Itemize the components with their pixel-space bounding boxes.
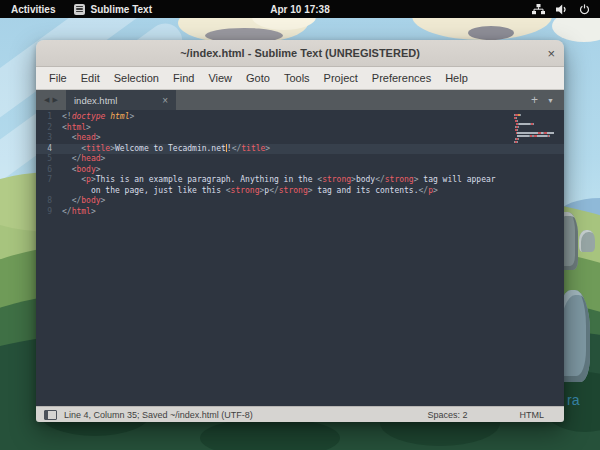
sublime-text-icon	[74, 4, 85, 15]
code-line[interactable]: 2<html>	[36, 123, 564, 134]
volume-icon	[556, 4, 568, 15]
syntax-indicator[interactable]: HTML	[520, 410, 545, 420]
menu-item-edit[interactable]: Edit	[74, 72, 107, 84]
menu-item-file[interactable]: File	[42, 72, 74, 84]
tab-index-html[interactable]: index.html ×	[66, 90, 176, 110]
tab-bar: ◀ ▶ index.html × + ▼	[36, 90, 564, 110]
code-line[interactable]: 6 <body>	[36, 165, 564, 176]
menu-item-tools[interactable]: Tools	[277, 72, 317, 84]
minimap[interactable]	[514, 114, 556, 144]
panel-toggle-icon[interactable]	[44, 410, 57, 420]
editor[interactable]: 1<!doctype html>2<html>3 <head>4 <title>…	[36, 110, 564, 406]
clock[interactable]: Apr 10 17:38	[270, 4, 329, 15]
menu-item-goto[interactable]: Goto	[239, 72, 277, 84]
code-line[interactable]: 8 </body>	[36, 196, 564, 207]
system-tray[interactable]	[532, 0, 600, 18]
code-line[interactable]: 3 <head>	[36, 133, 564, 144]
code-line[interactable]: 7 <p>This is an example paragraph. Anyth…	[36, 175, 564, 186]
tab-label: index.html	[74, 95, 156, 106]
app-menu-button[interactable]: Sublime Text	[66, 4, 160, 15]
menu-bar: FileEditSelectionFindViewGotoToolsProjec…	[36, 67, 564, 90]
small-stone	[579, 230, 595, 252]
line-number: 9	[36, 207, 52, 218]
grass-patch	[200, 418, 340, 450]
tab-scroll-right-icon[interactable]: ▶	[53, 96, 58, 104]
status-caret-position: Line 4, Column 35; Saved ~/index.html (U…	[64, 410, 253, 420]
code-area[interactable]: 1<!doctype html>2<html>3 <head>4 <title>…	[36, 112, 564, 217]
code-line[interactable]: 9</html>	[36, 207, 564, 218]
wallpaper-watermark: ra	[567, 392, 579, 408]
app-menu-label: Sublime Text	[90, 4, 152, 15]
code-line[interactable]: 1<!doctype html>	[36, 112, 564, 123]
window-title: ~/index.html - Sublime Text (UNREGISTERE…	[180, 47, 420, 59]
tab-scroll-left-icon[interactable]: ◀	[44, 96, 49, 104]
network-wired-icon	[532, 4, 545, 15]
close-window-icon[interactable]: ×	[547, 40, 555, 66]
line-number: 3	[36, 133, 52, 144]
cloud-shadow	[468, 26, 514, 40]
title-bar[interactable]: ~/index.html - Sublime Text (UNREGISTERE…	[36, 40, 564, 67]
code-line[interactable]: 4 <title>Welcome to Tecadmin.net!</title…	[36, 144, 564, 155]
tab-scroll-buttons[interactable]: ◀ ▶	[36, 90, 66, 110]
tab-bar-spacer	[176, 90, 531, 110]
menu-item-preferences[interactable]: Preferences	[365, 72, 438, 84]
line-number: 7	[36, 175, 52, 186]
tab-close-icon[interactable]: ×	[162, 95, 168, 106]
menu-item-selection[interactable]: Selection	[107, 72, 166, 84]
menu-item-view[interactable]: View	[201, 72, 239, 84]
gnome-top-bar: Activities Sublime Text Apr 10 17:38	[0, 0, 600, 18]
line-number: 8	[36, 196, 52, 207]
code-line[interactable]: on the page, just like this <strong>p</s…	[36, 186, 564, 197]
activities-button[interactable]: Activities	[0, 0, 66, 18]
sublime-text-window: ~/index.html - Sublime Text (UNREGISTERE…	[36, 40, 564, 422]
line-number: 1	[36, 112, 52, 123]
menu-item-help[interactable]: Help	[438, 72, 475, 84]
menu-item-project[interactable]: Project	[317, 72, 365, 84]
line-number: 2	[36, 123, 52, 134]
code-line[interactable]: 5 </head>	[36, 154, 564, 165]
line-number	[36, 186, 52, 197]
line-number: 4	[36, 144, 52, 155]
power-icon	[579, 4, 590, 15]
indent-indicator[interactable]: Spaces: 2	[427, 410, 467, 420]
status-bar: Line 4, Column 35; Saved ~/index.html (U…	[36, 406, 564, 422]
line-number: 6	[36, 165, 52, 176]
new-tab-icon[interactable]: +	[531, 94, 538, 106]
desktop: ra Activities Sublime Text Apr 10 17:38	[0, 0, 600, 450]
line-number: 5	[36, 154, 52, 165]
menu-item-find[interactable]: Find	[166, 72, 201, 84]
tab-overflow-icon[interactable]: ▼	[547, 97, 554, 104]
